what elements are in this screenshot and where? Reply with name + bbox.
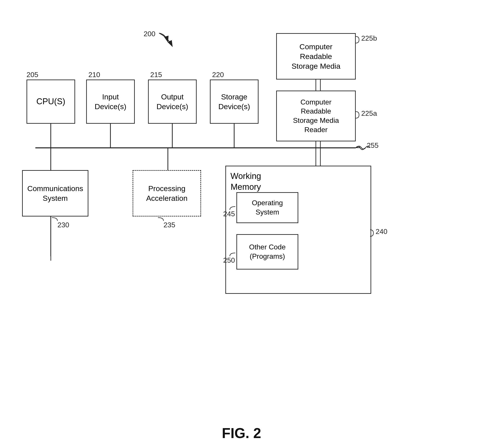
bracket-230 [51, 216, 64, 225]
bracket-250 [222, 252, 238, 261]
box-crsm: ComputerReadableStorage Media [276, 33, 356, 80]
cpu-vert-line [50, 124, 51, 148]
storage-device-label: StorageDevice(s) [218, 92, 250, 111]
working-memory-label: WorkingMemory [230, 171, 261, 193]
storage-vert-line [234, 124, 234, 148]
bracket-225b [355, 34, 363, 45]
arrow-200 [150, 30, 177, 48]
crsm-reader-label: ComputerReadableStorage MediaReader [293, 98, 339, 134]
box-comm-system: CommunicationsSystem [22, 170, 89, 216]
crsm-connect-line [315, 80, 316, 91]
ref-220: 220 [212, 71, 224, 79]
ref-225a: 225a [361, 109, 377, 118]
ref-210: 210 [89, 71, 100, 79]
diagram: 200 CPU(S) 205 InputDevice(s) 210 Output… [13, 18, 470, 415]
ref-225b: 225b [361, 34, 377, 42]
bracket-225a [355, 109, 363, 120]
crsm-reader-vert-line [315, 141, 316, 148]
box-working-memory: WorkingMemory [225, 166, 371, 294]
box-proc-accel: ProcessingAcceleration [133, 170, 201, 216]
bus-line [35, 147, 360, 148]
input-device-label: InputDevice(s) [95, 92, 126, 111]
bracket-240 [369, 228, 378, 239]
crsm-label: ComputerReadableStorage Media [291, 42, 340, 71]
comm-down-line [50, 148, 51, 170]
box-crsm-reader: ComputerReadableStorage MediaReader [276, 91, 356, 141]
box-os: OperatingSystem [236, 192, 298, 223]
wm-down-line [315, 148, 316, 166]
bracket-245 [222, 205, 238, 214]
box-output-device: OutputDevice(s) [148, 80, 197, 124]
box-other-code: Other Code(Programs) [236, 234, 298, 270]
comm-system-label: CommunicationsSystem [27, 184, 83, 203]
ref-215: 215 [150, 71, 162, 79]
other-code-label: Other Code(Programs) [249, 243, 285, 261]
box-storage-device: StorageDevice(s) [210, 80, 258, 124]
output-vert-line [172, 124, 173, 148]
bus-squiggle [357, 144, 375, 152]
box-cpu: CPU(S) [26, 80, 75, 124]
output-device-label: OutputDevice(s) [156, 92, 188, 111]
os-label: OperatingSystem [252, 198, 283, 217]
bracket-235 [157, 216, 170, 225]
input-vert-line [110, 124, 111, 148]
proc-accel-label: ProcessingAcceleration [146, 184, 187, 203]
fig-label: FIG. 2 [222, 425, 261, 441]
box-input-device: InputDevice(s) [86, 80, 135, 124]
proc-down-line [168, 148, 168, 170]
ref-205: 205 [26, 71, 38, 79]
cpu-label: CPU(S) [36, 96, 65, 107]
comm-lower-line [50, 216, 51, 256]
